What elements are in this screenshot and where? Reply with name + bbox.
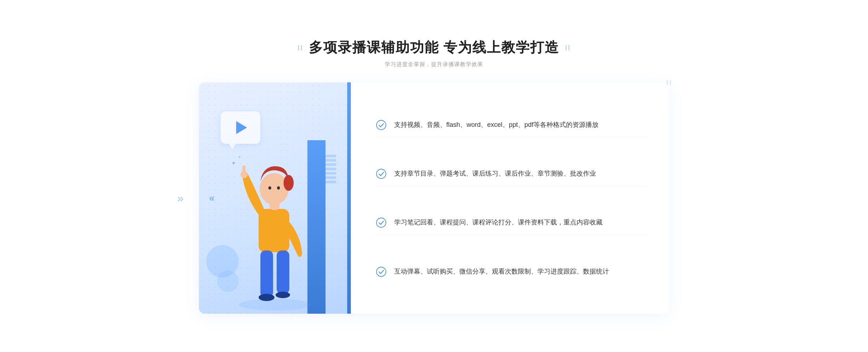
features-panel: 支持视频、音频、flash、word、excel、ppt、pdf等各种格式的资源…	[351, 82, 669, 314]
svg-rect-13	[242, 166, 246, 176]
feature-item-1: 支持视频、音频、flash、word、excel、ppt、pdf等各种格式的资源…	[376, 113, 647, 137]
feature-text-2: 支持章节目录、弹题考试、课后练习、课后作业、章节测验、批改作业	[394, 168, 596, 179]
feature-text-4: 互动弹幕、试听购买、微信分享、观看次数限制、学习进度跟踪、数据统计	[394, 266, 609, 277]
svg-point-1	[239, 299, 311, 310]
check-icon-2	[376, 169, 386, 179]
svg-rect-3	[260, 250, 273, 297]
feature-item-4: 互动弹幕、试听购买、微信分享、观看次数限制、学习进度跟踪、数据统计	[376, 259, 647, 284]
svg-point-18	[376, 218, 386, 227]
svg-rect-0	[307, 140, 326, 314]
outer-left-chevron-icon: »	[177, 192, 184, 205]
svg-point-8	[260, 173, 289, 205]
svg-point-19	[376, 267, 386, 276]
check-icon-4	[376, 267, 386, 277]
svg-point-5	[259, 294, 275, 301]
content-card: » ⁞⁞ «	[199, 82, 669, 314]
svg-point-9	[284, 175, 294, 191]
svg-point-6	[276, 292, 290, 298]
title-row: ⁞⁞ 多项录播课辅助功能 专为线上教学打造 ⁞⁞	[297, 38, 571, 57]
svg-text:✦: ✦	[231, 160, 236, 166]
svg-point-11	[277, 186, 280, 190]
dots-left-icon: ⁞⁞	[297, 43, 303, 52]
inner-chevron-icon: «	[209, 192, 215, 204]
page-subtitle: 学习进度全掌握，提升录播课教学效果	[385, 61, 483, 68]
svg-point-17	[376, 169, 386, 179]
svg-point-16	[376, 120, 386, 130]
illustration-panel: «	[199, 82, 351, 314]
feature-item-3: 学习笔记回看、课程提问、课程评论打分、课件资料下载，重点内容收藏	[376, 210, 647, 235]
page-wrapper: ⁞⁞ 多项录播课辅助功能 专为线上教学打造 ⁞⁞ 学习进度全掌握，提升录播课教学…	[181, 38, 687, 314]
svg-point-10	[268, 186, 271, 190]
svg-rect-4	[277, 250, 289, 294]
feature-item-2: 支持章节目录、弹题考试、课后练习、课后作业、章节测验、批改作业	[376, 162, 647, 186]
check-icon-1	[376, 120, 386, 130]
play-bubble	[221, 111, 260, 144]
check-icon-3	[376, 218, 386, 228]
svg-text:✦: ✦	[238, 155, 241, 159]
feature-text-3: 学习笔记回看、课程提问、课程评论打分、课件资料下载，重点内容收藏	[394, 217, 603, 228]
person-illustration: ✦ ✦	[224, 140, 326, 314]
dots-right-icon: ⁞⁞	[565, 43, 571, 52]
play-triangle-icon	[236, 121, 247, 134]
top-right-dots-icon: ⁞⁞	[666, 79, 673, 87]
blue-vertical-bar	[347, 82, 351, 314]
feature-text-1: 支持视频、音频、flash、word、excel、ppt、pdf等各种格式的资源…	[394, 119, 599, 130]
svg-rect-2	[259, 209, 289, 252]
page-title: 多项录播课辅助功能 专为线上教学打造	[309, 38, 559, 57]
header-section: ⁞⁞ 多项录播课辅助功能 专为线上教学打造 ⁞⁞ 学习进度全掌握，提升录播课教学…	[181, 38, 687, 68]
